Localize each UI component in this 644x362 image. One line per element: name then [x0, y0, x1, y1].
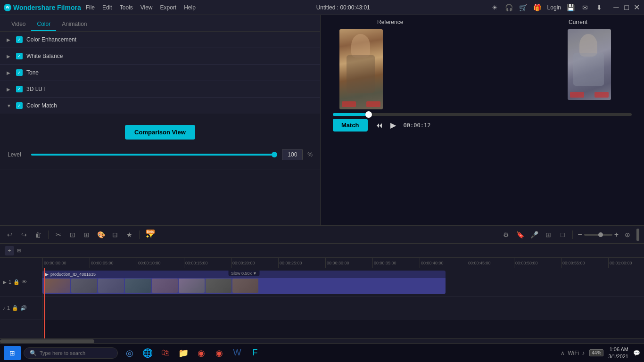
playback-row: Match ⏮ ▶ 00:00:12 — [325, 116, 639, 134]
start-button[interactable]: ⊞ — [4, 346, 21, 360]
track2-mute-icon[interactable]: 🔊 — [20, 305, 27, 311]
login-button[interactable]: Login — [547, 4, 561, 11]
headphone-icon[interactable]: 🎧 — [505, 3, 513, 12]
video-clip[interactable]: Slow 0.50x ▼ ▶ production_ID_4881635 — [42, 271, 446, 294]
color-match-checkbox[interactable]: ✓ — [16, 102, 23, 109]
section-white-balance-header[interactable]: ▶ ✓ White Balance — [0, 48, 320, 64]
close-button[interactable]: ✕ — [634, 4, 640, 11]
zoom-in-button[interactable]: + — [614, 230, 619, 239]
timeline-handle[interactable] — [636, 229, 639, 241]
crop-button[interactable]: ⊡ — [67, 230, 78, 240]
taskbar-app-chrome2[interactable]: ◉ — [212, 346, 226, 360]
scrollbar-thumb[interactable] — [0, 339, 94, 343]
mail-icon[interactable]: ✉ — [581, 3, 589, 12]
taskbar-app-cortana[interactable]: ◎ — [123, 346, 137, 360]
zoom-slider[interactable] — [584, 234, 612, 236]
ruler-mark-10: 00:00:50:00 — [514, 258, 561, 268]
track-label-1: ▶ 1 🔒 👁 — [0, 268, 42, 296]
track1-eye-icon[interactable]: 👁 — [22, 279, 27, 285]
taskbar-app-filmora[interactable]: F — [248, 346, 262, 360]
search-input[interactable] — [40, 350, 106, 356]
play-back-button[interactable]: ⏮ — [375, 121, 383, 130]
notification-icon[interactable]: 💬 — [633, 350, 640, 356]
settings-icon[interactable]: ⚙ — [501, 230, 511, 240]
taskbar-right: ∧ WiFi ♪ 44% 1:06 AM 3/1/2021 💬 — [561, 346, 640, 360]
menu-view[interactable]: View — [140, 4, 153, 11]
preview-labels: Reference Current — [325, 15, 639, 27]
toolbar-separator-3 — [572, 230, 573, 239]
menu-file[interactable]: File — [86, 4, 95, 11]
download-icon[interactable]: ⬇ — [595, 3, 603, 12]
cut-button[interactable]: ✂ — [53, 230, 64, 240]
ai-tools-button[interactable]: ✨ Beta — [144, 230, 155, 240]
match-button[interactable]: Match — [333, 119, 368, 132]
gift-icon[interactable]: 🎁 — [533, 3, 542, 12]
section-tone-header[interactable]: ▶ ✓ Tone — [0, 65, 320, 81]
tray-wifi-icon[interactable]: WiFi — [568, 350, 579, 356]
brightness-icon[interactable]: ☀ — [491, 3, 499, 12]
ruler-mark-3: 00:00:15:00 — [184, 258, 231, 268]
caption-icon[interactable]: □ — [557, 230, 568, 240]
undo-button[interactable]: ↩ — [5, 230, 15, 240]
zoom-row: − + — [578, 230, 619, 239]
clip-thumb-3 — [98, 279, 124, 293]
taskbar-time[interactable]: 1:06 AM 3/1/2021 — [608, 346, 628, 360]
delete-button[interactable]: 🗑 — [33, 230, 43, 240]
tab-color[interactable]: Color — [31, 18, 56, 31]
taskbar-app-files[interactable]: 📁 — [176, 346, 190, 360]
scrubber-track[interactable] — [333, 113, 632, 116]
menu-help[interactable]: Help — [184, 4, 196, 11]
tab-video[interactable]: Video — [6, 18, 31, 31]
minimize-button[interactable]: ─ — [613, 4, 619, 11]
menu-export[interactable]: Export — [160, 4, 177, 11]
section-color-match-header[interactable]: ▼ ✓ Color Match — [0, 98, 320, 114]
snap-button[interactable]: ⊞ — [17, 248, 21, 253]
color-enhancement-label: Color Enhancement — [26, 36, 76, 43]
tray-sound-icon[interactable]: ♪ — [582, 350, 585, 356]
zoom-fit-button[interactable]: ⊞ — [82, 230, 92, 240]
audio-track — [42, 296, 644, 320]
section-color-enhancement-header[interactable]: ▶ ✓ Color Enhancement — [0, 32, 320, 48]
tray-up-icon[interactable]: ∧ — [561, 350, 565, 356]
track2-lock-icon[interactable]: 🔒 — [12, 305, 18, 311]
ruler-mark-6: 00:00:30:00 — [325, 258, 372, 268]
tone-checkbox[interactable]: ✓ — [16, 69, 23, 76]
add-video-track-button[interactable]: + — [5, 246, 14, 255]
level-input[interactable] — [282, 149, 303, 160]
chevron-down-icon: ▼ — [7, 103, 12, 108]
voice-icon[interactable]: ⊞ — [543, 230, 553, 240]
menu-edit[interactable]: Edit — [102, 4, 112, 11]
play-forward-button[interactable]: ▶ — [390, 121, 396, 130]
transform-button[interactable]: ⊟ — [110, 230, 120, 240]
maximize-button[interactable]: □ — [623, 4, 630, 11]
bookmark-icon[interactable]: 🔖 — [515, 230, 525, 240]
color-adjust-button[interactable]: 🎨 — [96, 230, 106, 240]
zoom-out-button[interactable]: − — [578, 230, 582, 239]
save-icon[interactable]: 💾 — [567, 3, 575, 12]
3dlut-checkbox[interactable]: ✓ — [16, 86, 23, 92]
chevron-right-icon2: ▶ — [7, 54, 12, 59]
add-track-icon[interactable]: ⊕ — [622, 230, 633, 240]
titlebar-menu: File Edit Tools View Export Help — [86, 4, 196, 11]
clip-label: ▶ production_ID_4881635 — [42, 271, 446, 278]
timeline-area: ↩ ↪ 🗑 ✂ ⊡ ⊞ 🎨 ⊟ ★ ✨ Beta ⚙ 🔖 🎤 ⊞ □ − + — [0, 225, 644, 343]
level-slider[interactable] — [31, 154, 277, 156]
section-3dlut-header[interactable]: ▶ ✓ 3D LUT — [0, 81, 320, 97]
taskbar-app-store[interactable]: 🛍 — [158, 346, 173, 360]
taskbar-search[interactable]: 🔍 — [24, 347, 118, 359]
taskbar-app-word[interactable]: W — [230, 346, 244, 360]
white-balance-checkbox[interactable]: ✓ — [16, 53, 23, 59]
property-tabs: Video Color Animation — [0, 15, 320, 32]
taskbar-app-chrome[interactable]: ◉ — [194, 346, 208, 360]
menu-tools[interactable]: Tools — [120, 4, 133, 11]
effects-button[interactable]: ★ — [124, 230, 134, 240]
cart-icon[interactable]: 🛒 — [519, 3, 528, 12]
comparison-view-button[interactable]: Comparison View — [125, 125, 195, 140]
project-title: Untitled : 00:00:43:01 — [316, 4, 370, 11]
mic-icon[interactable]: 🎤 — [529, 230, 539, 240]
track1-lock-icon[interactable]: 🔒 — [13, 279, 20, 285]
taskbar-app-edge[interactable]: 🌐 — [140, 346, 155, 360]
tab-animation[interactable]: Animation — [56, 18, 92, 31]
color-enhancement-checkbox[interactable]: ✓ — [16, 36, 23, 43]
redo-button[interactable]: ↪ — [19, 230, 29, 240]
